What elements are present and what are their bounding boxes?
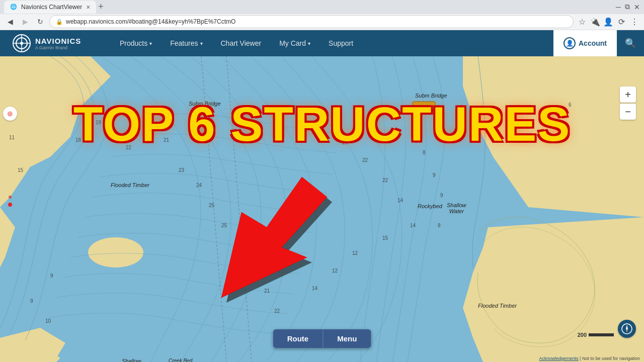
close-window-button[interactable]: ✕ [634,3,640,11]
label-flooded-timber-right: Flooded Timber [478,303,517,309]
logo-icon [12,34,31,53]
brand-name: NAVIONICS [35,37,81,45]
ack-link[interactable]: Acknowledgements [539,356,579,361]
browser-controls: ◀ ▶ ↻ 🔒 webapp.navionics.com/#boating@14… [0,14,644,30]
menu-button[interactable]: ⋮ [629,17,640,27]
svg-text:15: 15 [382,235,388,241]
svg-text:14: 14 [410,223,416,228]
search-icon: 🔍 [625,38,636,49]
reload-button[interactable]: ↻ [34,16,46,28]
svg-point-52 [8,203,12,207]
browser-tab[interactable]: 🌐 Navionics ChartViewer × [4,1,96,14]
profile-button[interactable]: 👤 [603,17,614,27]
nav-products[interactable]: Products ▾ [111,30,161,56]
svg-point-4 [20,42,23,45]
back-button[interactable]: ◀ [4,16,16,28]
minimize-button[interactable]: ─ [616,3,621,11]
route-button[interactable]: Route [273,329,323,348]
gps-button[interactable]: ⊕ [3,107,17,121]
svg-text:12: 12 [352,250,358,256]
label-flooded-timber-left: Flooded Timber [111,182,149,188]
zoom-out-button[interactable]: − [620,104,636,120]
nav-my-card[interactable]: My Card ▾ [270,30,319,56]
svg-text:22: 22 [362,157,368,163]
browser-actions: ☆ 🔌 👤 ⟳ ⋮ [577,17,640,27]
svg-text:9: 9 [30,298,33,304]
search-button[interactable]: 🔍 [617,30,644,56]
features-dropdown-arrow: ▾ [200,41,203,46]
forward-button[interactable]: ▶ [19,16,31,28]
map-scale: 200 [578,332,614,338]
menu-button[interactable]: Menu [323,329,371,348]
compass-icon [621,323,633,335]
lock-icon: 🔒 [56,19,63,25]
svg-text:11: 11 [9,135,15,140]
svg-point-53 [9,196,12,199]
label-shallow-water-left: ShallowWater [122,358,141,362]
bookmark-button[interactable]: ☆ [577,17,588,27]
my-card-dropdown-arrow: ▾ [308,41,310,46]
svg-text:10: 10 [45,318,51,324]
label-rockybed: Rockybed [418,203,442,209]
nav-links: Products ▾ Features ▾ Chart Viewer My Ca… [111,30,553,56]
zoom-in-button[interactable]: + [620,86,636,103]
svg-point-9 [88,237,143,267]
window-controls: ─ ⧉ ✕ [616,3,640,11]
svg-point-63 [626,328,628,330]
map-zoom-controls: + − [620,86,636,120]
map-background[interactable]: 11 15 18 19 22 15 21 23 24 25 25 20 20 2… [0,56,644,362]
new-tab-button[interactable]: + [98,2,104,12]
svg-marker-13 [463,217,644,362]
svg-text:14: 14 [397,198,404,203]
bottom-buttons: Route Menu [273,329,371,348]
label-creek-bed: Creek BedLusk Branch [169,358,197,362]
brand-sub: A Garmin Brand [35,45,81,50]
nav-support[interactable]: Support [319,30,362,56]
restore-button[interactable]: ⧉ [625,3,630,11]
extensions-button[interactable]: 🔌 [590,17,601,27]
nav-chart-viewer[interactable]: Chart Viewer [212,30,271,56]
brand: NAVIONICS A Garmin Brand [0,34,111,53]
svg-text:15: 15 [18,167,24,173]
acknowledgement-text: Acknowledgements | Not to be used for na… [539,356,640,361]
nav-features[interactable]: Features ▾ [161,30,211,56]
account-button[interactable]: 👤 Account [553,30,617,56]
navbar: NAVIONICS A Garmin Brand Products ▾ Feat… [0,30,644,56]
svg-text:9: 9 [50,273,53,279]
red-arrow [181,167,342,310]
compass-button[interactable] [618,320,636,338]
main-content: NAVIONICS A Garmin Brand Products ▾ Feat… [0,30,644,362]
svg-text:8: 8 [438,223,441,228]
tab-title: Navionics ChartViewer [21,4,82,11]
svg-text:9: 9 [433,172,436,178]
account-icon: 👤 [564,37,576,49]
svg-text:9: 9 [440,193,443,198]
ack-nav-disclaimer: Not to be used for navigation [582,356,640,361]
url-text: webapp.navionics.com/#boating@14&key=yh%… [66,18,235,25]
address-bar[interactable]: 🔒 webapp.navionics.com/#boating@14&key=y… [49,15,574,28]
products-dropdown-arrow: ▾ [149,41,152,46]
svg-text:22: 22 [382,177,388,183]
browser-tabs: 🌐 Navionics ChartViewer × + ─ ⧉ ✕ [0,0,644,14]
sync-button[interactable]: ⟳ [616,17,627,27]
browser-chrome: 🌐 Navionics ChartViewer × + ─ ⧉ ✕ ◀ ▶ ↻ … [0,0,644,30]
big-title: TOP 6 STRUCTURES [73,97,571,152]
scale-value: 200 [578,332,587,338]
navionics-logo[interactable]: NAVIONICS A Garmin Brand [12,34,81,53]
scale-bar [589,333,614,336]
tab-close-button[interactable]: × [86,3,90,11]
label-shallow-water: ShallowWater [447,202,466,214]
